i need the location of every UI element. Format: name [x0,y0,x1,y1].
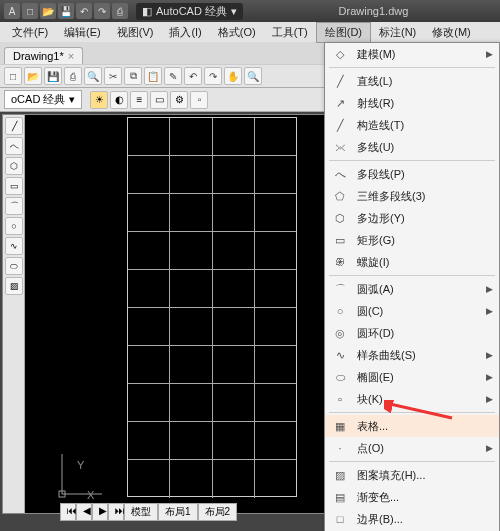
menu-view[interactable]: 视图(V) [109,23,162,42]
menu-item[interactable]: へ多段线(P) [325,163,499,185]
polyline-icon[interactable]: へ [5,137,23,155]
workspace-dropdown[interactable]: oCAD 经典 ▾ [4,90,82,109]
tab-nav-last[interactable]: ⏭ [108,503,124,521]
menu-item-icon: ∙ [331,440,349,456]
menu-item-label: 渐变色... [357,490,493,505]
block-icon[interactable]: ▫ [190,91,208,109]
arc-icon[interactable]: ⌒ [5,197,23,215]
hatch-icon[interactable]: ▨ [5,277,23,295]
document-tab-label: Drawing1* [13,50,64,62]
sheet-icon[interactable]: ▭ [150,91,168,109]
menu-item-icon: ∿ [331,347,349,363]
menu-item[interactable]: ⩙多线(U) [325,136,499,158]
menu-file[interactable]: 文件(F) [4,23,56,42]
line-icon[interactable]: ╱ [5,117,23,135]
menu-item-icon: ⌒ [331,281,349,297]
match-icon[interactable]: ✎ [164,67,182,85]
menu-tools[interactable]: 工具(T) [264,23,316,42]
menu-item[interactable]: ◇建模(M)▶ [325,43,499,65]
tool-icon[interactable]: ⚙ [170,91,188,109]
undo-icon[interactable]: ↶ [76,3,92,19]
properties-icon[interactable]: ≡ [130,91,148,109]
tab-nav-first[interactable]: ⏮ [60,503,76,521]
menu-item[interactable]: □边界(B)... [325,508,499,530]
tab-layout1[interactable]: 布局1 [158,503,198,521]
menu-dimension[interactable]: 标注(N) [371,23,424,42]
document-tab[interactable]: Drawing1* × [4,47,83,64]
preview-icon[interactable]: 🔍 [84,67,102,85]
workspace-label: AutoCAD 经典 [156,4,227,19]
menu-item[interactable]: ⌒圆弧(A)▶ [325,278,499,300]
menu-item[interactable]: ▭矩形(G) [325,229,499,251]
menu-item-label: 构造线(T) [357,118,493,133]
tab-layout2[interactable]: 布局2 [198,503,238,521]
menu-item-icon: ▤ [331,489,349,505]
menu-item-icon: ⬠ [331,188,349,204]
app-menu-icon[interactable]: A [4,3,20,19]
menu-item[interactable]: ↗射线(R) [325,92,499,114]
document-title: Drawing1.dwg [247,5,500,17]
menu-draw[interactable]: 绘图(D) [316,22,371,43]
workspace-switcher[interactable]: ◧ AutoCAD 经典 ▾ [136,3,243,20]
menu-item[interactable]: ╱直线(L) [325,70,499,92]
menu-item[interactable]: ⬡多边形(Y) [325,207,499,229]
menu-item-label: 多段线(P) [357,167,493,182]
new-icon[interactable]: □ [4,67,22,85]
menu-item-icon: ╱ [331,73,349,89]
menu-item[interactable]: ⬭椭圆(E)▶ [325,366,499,388]
spline-icon[interactable]: ∿ [5,237,23,255]
tab-model[interactable]: 模型 [124,503,158,521]
close-icon[interactable]: × [68,50,74,62]
menu-item[interactable]: ∙点(O)▶ [325,437,499,459]
tab-nav-prev[interactable]: ◀ [76,503,92,521]
print-icon[interactable]: ⎙ [112,3,128,19]
menu-item[interactable]: ▤渐变色... [325,486,499,508]
menu-item-label: 圆(C) [357,304,478,319]
draw-menu-dropdown: ◇建模(M)▶╱直线(L)↗射线(R)╱构造线(T)⩙多线(U)へ多段线(P)⬠… [324,42,500,531]
tab-nav-next[interactable]: ▶ [92,503,108,521]
menu-modify[interactable]: 修改(M) [424,23,479,42]
menu-item-icon: ○ [331,303,349,319]
polygon-icon[interactable]: ⬡ [5,157,23,175]
menu-item[interactable]: ○圆(C)▶ [325,300,499,322]
menu-item-icon: ⩙ [331,139,349,155]
menu-item[interactable]: ◎圆环(D) [325,322,499,344]
open-icon[interactable]: 📂 [40,3,56,19]
menu-item-label: 三维多段线(3) [357,189,493,204]
menu-item[interactable]: ⬠三维多段线(3) [325,185,499,207]
menu-item[interactable]: ╱构造线(T) [325,114,499,136]
menu-item-label: 圆环(D) [357,326,493,341]
toggle-icon[interactable]: ◐ [110,91,128,109]
submenu-arrow-icon: ▶ [486,443,493,453]
layer-icon[interactable]: ☀ [90,91,108,109]
chevron-down-icon: ▾ [69,93,75,106]
circle-icon[interactable]: ○ [5,217,23,235]
menu-edit[interactable]: 编辑(E) [56,23,109,42]
menu-item[interactable]: ▨图案填充(H)... [325,464,499,486]
menu-item-label: 多线(U) [357,140,493,155]
cut-icon[interactable]: ✂ [104,67,122,85]
menu-item-label: 建模(M) [357,47,478,62]
ellipse-icon[interactable]: ⬭ [5,257,23,275]
redo-icon[interactable]: ↷ [94,3,110,19]
menu-item-icon: ↗ [331,95,349,111]
save-icon[interactable]: 💾 [44,67,62,85]
paste-icon[interactable]: 📋 [144,67,162,85]
ucs-y-label: Y [77,459,84,471]
copy-icon[interactable]: ⧉ [124,67,142,85]
rectangle-icon[interactable]: ▭ [5,177,23,195]
zoom-icon[interactable]: 🔍 [244,67,262,85]
menu-insert[interactable]: 插入(I) [161,23,209,42]
print-icon[interactable]: ⎙ [64,67,82,85]
redo-icon[interactable]: ↷ [204,67,222,85]
undo-icon[interactable]: ↶ [184,67,202,85]
open-icon[interactable]: 📂 [24,67,42,85]
menu-item[interactable]: ∿样条曲线(S)▶ [325,344,499,366]
save-icon[interactable]: 💾 [58,3,74,19]
menu-bar: 文件(F) 编辑(E) 视图(V) 插入(I) 格式(O) 工具(T) 绘图(D… [0,22,500,42]
new-icon[interactable]: □ [22,3,38,19]
menu-item-icon: ⬡ [331,210,349,226]
pan-icon[interactable]: ✋ [224,67,242,85]
menu-item[interactable]: ֍螺旋(I) [325,251,499,273]
menu-format[interactable]: 格式(O) [210,23,264,42]
